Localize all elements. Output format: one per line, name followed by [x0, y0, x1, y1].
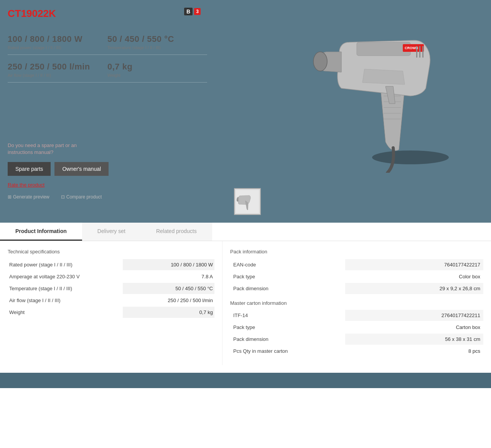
tab-delivery-set[interactable]: Delivery set — [82, 223, 141, 241]
itf14-value: 27640177422211 — [345, 310, 483, 321]
spec-temp-value: 50 / 450 / 550 °C — [107, 34, 207, 44]
itf14-row: ITF-14 27640177422211 — [230, 310, 483, 321]
ean-code-row: EAN-code 7640177422217 — [230, 259, 483, 270]
product-image-container: CROWN — [292, 0, 491, 184]
cta-section: Do you need a spare part or an instructi… — [8, 131, 109, 200]
spec-row-airflow-label: Air flow (stage I / II / III) — [8, 295, 123, 306]
tab-product-information[interactable]: Product Information — [0, 223, 82, 241]
svg-point-0 — [372, 150, 449, 164]
product-image-svg: CROWN — [303, 12, 479, 173]
pack-info-title: Pack information — [230, 249, 483, 255]
question-text: Do you need a spare part or an instructi… — [8, 142, 100, 156]
tabs-section: Product Information Delivery set Related… — [0, 223, 491, 365]
pack-dimension-label: Pack dimension — [230, 283, 345, 294]
svg-rect-11 — [419, 46, 420, 58]
spec-temp: 50 / 450 / 550 °C Temperature (stage I /… — [107, 27, 207, 55]
spec-airflow-value: 250 / 250 / 500 l/min — [8, 62, 107, 72]
svg-point-1 — [313, 52, 327, 71]
action-buttons: Spare parts Owner's manual — [8, 162, 109, 176]
spec-row-amperage-value: 7.8 A — [123, 271, 214, 282]
carton-pack-type-label: Pack type — [230, 322, 345, 333]
badge-3: 3 — [194, 8, 201, 15]
spec-row-temperature: Temperature (stage I / II / III) 50 / 45… — [8, 283, 214, 294]
product-hero: CT19022K B 3 100 / 800 / 1800 W Rated po… — [0, 0, 491, 223]
tabs-bar: Product Information Delivery set Related… — [0, 223, 491, 241]
carton-pack-type-row: Pack type Carton box — [230, 322, 483, 333]
svg-rect-2 — [357, 42, 410, 56]
pack-info-panel: Pack information EAN-code 7640177422217 … — [222, 241, 491, 365]
spec-power: 100 / 800 / 1800 W Rated power (stage I … — [8, 27, 107, 55]
ean-code-label: EAN-code — [230, 259, 345, 270]
pack-type-value: Color box — [345, 271, 483, 282]
tech-specs-title: Technical specifications — [8, 249, 214, 255]
pack-dimension-value: 29 x 9,2 x 26,8 cm — [345, 283, 483, 294]
spec-row-weight-value: 0,7 kg — [123, 307, 214, 318]
spec-airflow-label: Air flow (stage I / II / III) — [8, 73, 107, 78]
spec-temp-label: Temperature (stage I / II / III) — [107, 45, 207, 50]
pcs-qty-row: Pcs Qty in master carton 8 pcs — [230, 346, 483, 357]
technical-specs-panel: Technical specifications Rated power (st… — [0, 241, 222, 365]
spec-airflow: 250 / 250 / 500 l/min Air flow (stage I … — [8, 55, 107, 83]
badge-b: B — [184, 8, 193, 15]
spec-row-weight-label: Weight — [8, 307, 123, 318]
generate-preview-link[interactable]: ⊞ Generate preview — [8, 194, 49, 200]
generate-icon: ⊞ — [8, 194, 12, 200]
tab-content: Technical specifications Rated power (st… — [0, 241, 491, 365]
itf14-label: ITF-14 — [230, 310, 345, 321]
ean-code-value: 7640177422217 — [345, 259, 483, 270]
spec-row-weight: Weight 0,7 kg — [8, 307, 214, 318]
pack-dimension-row: Pack dimension 29 x 9,2 x 26,8 cm — [230, 283, 483, 294]
rate-product-link[interactable]: Rate the product — [8, 182, 44, 188]
spec-row-temperature-label: Temperature (stage I / II / III) — [8, 283, 123, 294]
carton-pack-type-value: Carton box — [345, 322, 483, 333]
spec-row-power: Rated power (stage I / II / III) 100 / 8… — [8, 259, 214, 270]
thumbnail-strip — [234, 188, 261, 215]
spec-weight-value: 0,7 kg — [107, 62, 207, 72]
carton-pack-dimension-row: Pack dimension 56 x 38 x 31 cm — [230, 334, 483, 345]
carton-pack-dimension-value: 56 x 38 x 31 cm — [345, 334, 483, 345]
pack-type-row: Pack type Color box — [230, 271, 483, 282]
footer-bar — [0, 373, 491, 388]
spec-power-value: 100 / 800 / 1800 W — [8, 34, 107, 44]
pcs-qty-value: 8 pcs — [345, 346, 483, 357]
spec-row-temperature-value: 50 / 450 / 550 °C — [123, 283, 214, 294]
product-thumbnail[interactable] — [234, 188, 261, 215]
pack-type-label: Pack type — [230, 271, 345, 282]
spec-row-airflow-value: 250 / 250 / 500 l/min — [123, 295, 214, 306]
spec-row-power-label: Rated power (stage I / II / III) — [8, 259, 123, 270]
spec-power-label: Rated power (stage I / II / III) — [8, 45, 107, 50]
spec-row-power-value: 100 / 800 / 1800 W — [123, 259, 214, 270]
bottom-links: ⊞ Generate preview ⊡ Compare product — [8, 194, 109, 200]
pcs-qty-label: Pcs Qty in master carton — [230, 346, 345, 357]
spare-parts-button[interactable]: Spare parts — [8, 162, 51, 176]
spec-row-airflow: Air flow (stage I / II / III) 250 / 250 … — [8, 295, 214, 306]
carton-pack-dimension-label: Pack dimension — [230, 334, 345, 345]
spec-row-amperage: Amperage at voltage 220-230 V 7.8 A — [8, 271, 214, 282]
spec-weight-label: Weight — [107, 73, 207, 78]
compare-icon: ⊡ — [61, 194, 65, 200]
owners-manual-button[interactable]: Owner's manual — [54, 162, 109, 176]
svg-text:CROWN: CROWN — [405, 46, 418, 50]
spec-row-amperage-label: Amperage at voltage 220-230 V — [8, 271, 123, 282]
svg-rect-10 — [416, 46, 417, 58]
tab-related-products[interactable]: Related products — [141, 223, 212, 241]
master-carton-title: Master carton information — [230, 300, 483, 306]
svg-rect-12 — [422, 46, 423, 58]
badge-container: B 3 — [184, 8, 201, 15]
compare-product-link[interactable]: ⊡ Compare product — [61, 194, 102, 200]
spec-weight: 0,7 kg Weight — [107, 55, 207, 83]
